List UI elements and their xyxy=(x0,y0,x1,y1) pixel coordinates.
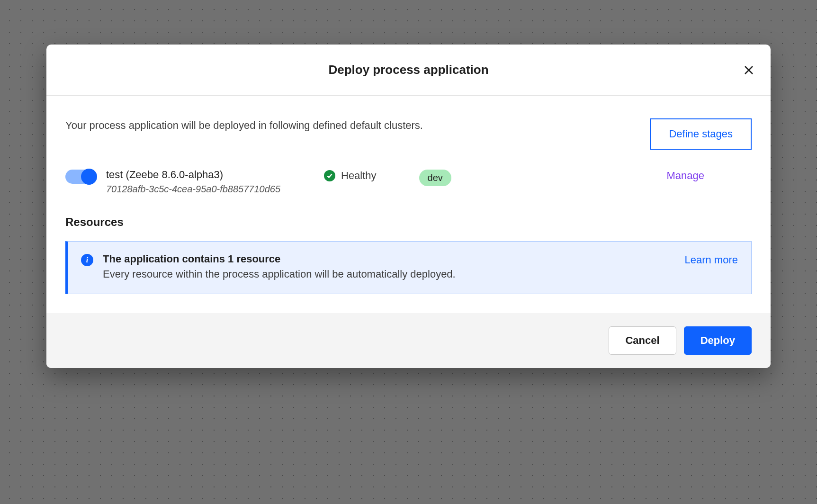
modal-footer: Cancel Deploy xyxy=(46,313,771,368)
deploy-button[interactable]: Deploy xyxy=(684,326,752,355)
modal-body: Your process application will be deploye… xyxy=(46,96,771,313)
modal-header: Deploy process application xyxy=(46,45,771,96)
cluster-id: 70128afb-3c5c-4cea-95a0-fb8857710d65 xyxy=(106,184,314,195)
check-icon xyxy=(324,170,335,181)
env-badge: dev xyxy=(419,170,451,186)
cluster-info: test (Zeebe 8.6.0-alpha3) 70128afb-3c5c-… xyxy=(106,169,314,195)
info-content: The application contains 1 resource Ever… xyxy=(103,253,675,280)
health-status: Healthy xyxy=(341,170,377,182)
info-panel-description: Every resource within the process applic… xyxy=(103,268,675,280)
toggle-knob xyxy=(81,169,97,185)
cluster-toggle[interactable] xyxy=(65,170,97,184)
intro-row: Your process application will be deploye… xyxy=(65,118,752,150)
close-icon xyxy=(744,65,754,75)
resources-info-panel: i The application contains 1 resource Ev… xyxy=(65,241,752,294)
cancel-button[interactable]: Cancel xyxy=(609,326,676,355)
manage-link[interactable]: Manage xyxy=(666,170,704,182)
cluster-name: test (Zeebe 8.6.0-alpha3) xyxy=(106,169,314,181)
learn-more-link[interactable]: Learn more xyxy=(684,254,738,266)
info-icon: i xyxy=(81,254,93,266)
cluster-health: Healthy xyxy=(324,170,377,182)
intro-text: Your process application will be deploye… xyxy=(65,118,635,133)
define-stages-button[interactable]: Define stages xyxy=(650,118,752,150)
resources-heading: Resources xyxy=(65,216,752,229)
modal-title: Deploy process application xyxy=(328,63,488,77)
info-panel-title: The application contains 1 resource xyxy=(103,253,675,265)
deploy-modal: Deploy process application Your process … xyxy=(46,45,771,368)
close-button[interactable] xyxy=(742,63,755,77)
cluster-row: test (Zeebe 8.6.0-alpha3) 70128afb-3c5c-… xyxy=(65,169,752,195)
